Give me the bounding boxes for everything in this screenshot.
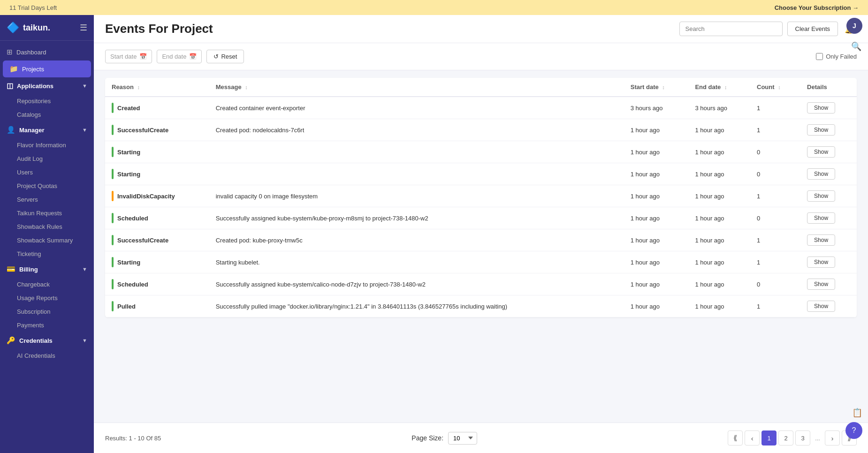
count-cell: 0	[750, 207, 800, 229]
events-table: Reason ↕ Message ↕ Start date ↕ End da	[105, 78, 857, 317]
credentials-chevron: ▼	[82, 338, 87, 343]
sidebar-item-showback-summary[interactable]: Showback Summary	[0, 234, 94, 247]
reason-cell: Starting	[112, 147, 203, 157]
sidebar-item-flavor-information[interactable]: Flavor Information	[0, 138, 94, 152]
end-date-sort-icon: ↕	[724, 84, 727, 90]
search-input[interactable]	[679, 22, 783, 36]
show-button[interactable]: Show	[807, 301, 835, 312]
start-date-cell: 1 hour ago	[624, 273, 689, 295]
sidebar-item-taikun-requests[interactable]: Taikun Requests	[0, 206, 94, 220]
reason-indicator	[112, 235, 114, 245]
reason-indicator	[112, 301, 114, 311]
reason-cell: Scheduled	[112, 279, 203, 289]
page-next-button[interactable]: ›	[825, 430, 840, 445]
subscription-cta[interactable]: Choose Your Subscription →	[775, 4, 859, 11]
start-date-text: Start date	[110, 53, 137, 60]
message-cell: invalid capacity 0 on image filesystem	[209, 185, 624, 207]
sidebar-item-catalogs[interactable]: Catalogs	[0, 108, 94, 121]
applications-chevron: ▼	[82, 83, 87, 89]
calendar-icon-start: 📅	[139, 53, 147, 60]
col-count[interactable]: Count ↕	[750, 78, 800, 97]
page-1-button[interactable]: 1	[761, 430, 777, 445]
start-date-picker[interactable]: Start date 📅	[105, 50, 152, 63]
show-button[interactable]: Show	[807, 279, 835, 290]
col-reason[interactable]: Reason ↕	[105, 78, 209, 97]
search-right-icon[interactable]: 🔍	[851, 41, 861, 52]
user-avatar[interactable]: J	[846, 18, 862, 34]
count-cell: 0	[750, 273, 800, 295]
billing-chevron: ▼	[82, 266, 87, 272]
page-ellipsis: ...	[812, 435, 823, 442]
credentials-icon: 🔑	[7, 336, 15, 345]
col-start-date[interactable]: Start date ↕	[624, 78, 689, 97]
only-failed-checkbox[interactable]	[816, 53, 823, 60]
page-prev-button[interactable]: ‹	[745, 430, 760, 445]
hamburger-icon[interactable]: ☰	[80, 23, 87, 33]
message-cell	[209, 163, 624, 185]
sidebar-item-repositories[interactable]: Repositories	[0, 94, 94, 108]
reset-button[interactable]: ↺ Reset	[206, 50, 244, 63]
sidebar-item-showback-rules[interactable]: Showback Rules	[0, 220, 94, 234]
show-button[interactable]: Show	[807, 234, 835, 246]
end-date-cell: 1 hour ago	[688, 163, 750, 185]
clear-events-button[interactable]: Clear Events	[787, 22, 838, 36]
sidebar-section-applications[interactable]: ◫ Applications ▼	[0, 77, 94, 94]
show-button[interactable]: Show	[807, 102, 835, 113]
show-button[interactable]: Show	[807, 168, 835, 180]
manager-icon: 👤	[7, 126, 15, 134]
sidebar-item-payments[interactable]: Payments	[0, 318, 94, 332]
reason-indicator	[112, 169, 114, 179]
table-row: Created Created container event-exporter…	[105, 97, 857, 119]
trial-banner: 11 Trial Days Left Choose Your Subscript…	[0, 0, 868, 15]
sidebar-item-servers[interactable]: Servers	[0, 193, 94, 206]
only-failed-filter[interactable]: Only Failed	[816, 53, 857, 60]
table-row: InvalidDiskCapacity invalid capacity 0 o…	[105, 185, 857, 207]
page-3-button[interactable]: 3	[795, 430, 810, 445]
start-date-cell: 1 hour ago	[624, 229, 689, 251]
reason-text: Starting	[117, 149, 140, 156]
end-date-cell: 1 hour ago	[688, 251, 750, 273]
main-content: Events For Project Clear Events 🔔 Start …	[94, 15, 868, 453]
notes-icon[interactable]: 📋	[852, 408, 862, 418]
sidebar-item-dashboard[interactable]: ⊞ Dashboard	[0, 44, 94, 60]
message-sort-icon: ↕	[245, 84, 248, 90]
sidebar-item-ai-credentials[interactable]: AI Credentials	[0, 349, 94, 362]
show-button[interactable]: Show	[807, 257, 835, 268]
table-row: Pulled Successfully pulled image "docker…	[105, 295, 857, 317]
page-first-button[interactable]: ⟪	[728, 430, 743, 445]
reason-indicator	[112, 125, 114, 135]
table-row: Starting 1 hour ago 1 hour ago 0 Show	[105, 163, 857, 185]
sidebar-item-users[interactable]: Users	[0, 166, 94, 179]
page-2-button[interactable]: 2	[778, 430, 793, 445]
message-cell: Successfully assigned kube-system/calico…	[209, 273, 624, 295]
sidebar-item-chargeback[interactable]: Chargeback	[0, 278, 94, 291]
support-button[interactable]: ?	[845, 422, 862, 439]
show-button[interactable]: Show	[807, 190, 835, 202]
sidebar-item-projects[interactable]: 📁 Projects	[3, 60, 91, 77]
col-end-date[interactable]: End date ↕	[688, 78, 750, 97]
show-button[interactable]: Show	[807, 124, 835, 136]
count-cell: 0	[750, 141, 800, 163]
logo-text: taikun.	[23, 23, 50, 33]
show-button[interactable]: Show	[807, 146, 835, 158]
reason-text: Created	[117, 105, 140, 112]
table-row: Scheduled Successfully assigned kube-sys…	[105, 273, 857, 295]
message-cell: Starting kubelet.	[209, 251, 624, 273]
col-message[interactable]: Message ↕	[209, 78, 624, 97]
sidebar-section-manager[interactable]: 👤 Manager ▼	[0, 121, 94, 138]
sidebar-item-audit-log[interactable]: Audit Log	[0, 152, 94, 166]
end-date-picker[interactable]: End date 📅	[157, 50, 202, 63]
start-date-sort-icon: ↕	[662, 84, 665, 90]
sidebar-item-subscription[interactable]: Subscription	[0, 305, 94, 318]
sidebar-item-ticketing[interactable]: Ticketing	[0, 247, 94, 261]
sidebar-section-billing[interactable]: 💳 Billing ▼	[0, 261, 94, 278]
message-cell	[209, 141, 624, 163]
sidebar-item-usage-reports[interactable]: Usage Reports	[0, 291, 94, 305]
sidebar-section-credentials[interactable]: 🔑 Credentials ▼	[0, 332, 94, 349]
show-button[interactable]: Show	[807, 212, 835, 224]
page-size-select[interactable]: 10 20 50 100	[448, 432, 477, 445]
sidebar: 🔷 taikun. ☰ ⊞ Dashboard 📁 Projects ◫ App…	[0, 15, 94, 453]
sidebar-item-project-quotas[interactable]: Project Quotas	[0, 179, 94, 193]
count-cell: 1	[750, 295, 800, 317]
end-date-cell: 1 hour ago	[688, 141, 750, 163]
